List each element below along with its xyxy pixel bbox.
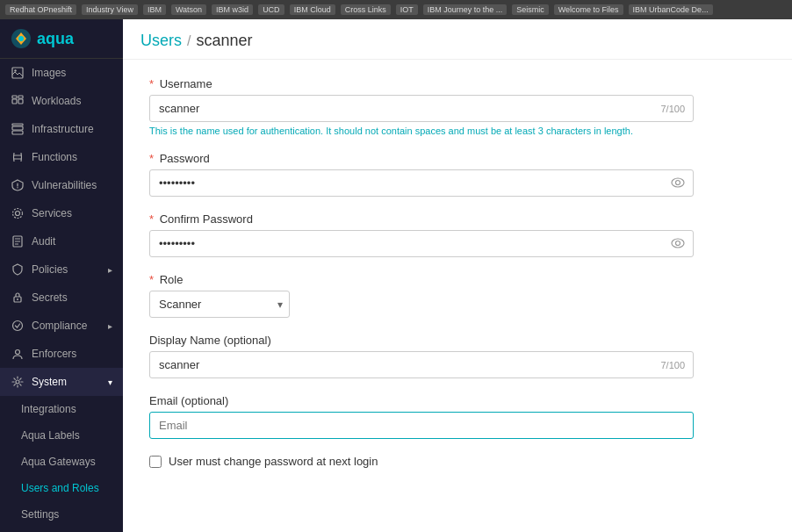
sidebar-item-audit[interactable]: Audit: [0, 227, 123, 255]
sidebar-label-system: System: [32, 376, 67, 388]
username-group: * Username 7/100 This is the name used f…: [149, 77, 694, 136]
main-content: Users / scanner * Username 7/100 This is…: [123, 19, 792, 532]
sidebar-item-system[interactable]: System ▾: [0, 368, 123, 396]
policies-icon: [11, 262, 25, 277]
sidebar-item-infrastructure[interactable]: Infrastructure: [0, 115, 123, 143]
breadcrumb-users-link[interactable]: Users: [140, 32, 182, 50]
role-select-wrapper: Scanner Admin Read-only ▾: [149, 291, 290, 318]
svg-point-12: [13, 209, 23, 219]
sidebar-item-functions[interactable]: Functions: [0, 143, 123, 171]
password-change-checkbox-group: User must change password at next login: [149, 455, 694, 468]
sidebar-item-vulnerabilities[interactable]: Vulnerabilities: [0, 171, 123, 199]
sidebar-label-settings: Settings: [21, 508, 59, 521]
sidebar-label-services: Services: [32, 207, 72, 219]
browser-tab[interactable]: UCD: [258, 4, 284, 15]
browser-bar: Redhat OPneshift Industry View IBM Watso…: [0, 0, 792, 19]
browser-tab[interactable]: IOT: [396, 4, 418, 15]
sidebar-item-aqua-gateways[interactable]: Aqua Gateways: [0, 449, 123, 475]
sidebar-label-images: Images: [32, 67, 66, 79]
compliance-icon: [11, 319, 25, 333]
email-group: Email (optional): [149, 394, 694, 439]
password-input[interactable]: [149, 169, 694, 197]
password-toggle-icon[interactable]: [671, 176, 685, 191]
confirm-password-input[interactable]: [149, 230, 694, 257]
secrets-icon: [11, 291, 25, 305]
browser-tab[interactable]: IBM UrbanCode De...: [629, 4, 713, 15]
display-name-group: Display Name (optional) 7/100: [149, 334, 694, 378]
browser-tab[interactable]: IBM Journey to the ...: [423, 4, 508, 15]
email-input[interactable]: [149, 412, 694, 439]
username-counter: 7/100: [660, 104, 685, 114]
sidebar-label-functions: Functions: [32, 151, 77, 163]
display-name-input[interactable]: [149, 351, 694, 378]
infrastructure-icon: [11, 122, 25, 136]
breadcrumb-separator: /: [187, 33, 191, 49]
user-form: * Username 7/100 This is the name used f…: [123, 60, 720, 485]
breadcrumb-current: scanner: [196, 32, 252, 50]
confirm-password-toggle-icon[interactable]: [671, 237, 685, 251]
display-name-counter: 7/100: [660, 360, 685, 370]
svg-point-18: [16, 380, 19, 384]
sidebar-label-policies: Policies: [32, 263, 68, 276]
page-header: Users / scanner: [123, 19, 792, 60]
svg-point-11: [16, 212, 20, 216]
password-change-label[interactable]: User must change password at next login: [169, 455, 378, 468]
sidebar-label-users-and-roles: Users and Roles: [21, 482, 99, 494]
sidebar-label-compliance: Compliance: [32, 320, 87, 332]
sidebar-label-aqua-labels: Aqua Labels: [21, 429, 80, 442]
username-input[interactable]: [149, 95, 694, 122]
browser-tab[interactable]: Cross Links: [341, 4, 391, 15]
app-logo[interactable]: aqua: [0, 19, 123, 59]
role-label: * Role: [149, 273, 694, 286]
svg-point-1: [18, 36, 24, 41]
username-hint: This is the name used for authentication…: [149, 126, 694, 136]
display-name-label: Display Name (optional): [149, 334, 694, 347]
sidebar-item-integrations[interactable]: Integrations: [0, 396, 123, 422]
browser-tab[interactable]: IBM: [143, 4, 166, 15]
password-group: * Password: [149, 152, 694, 197]
svg-point-15: [17, 298, 18, 300]
browser-tab[interactable]: IBM w3id: [212, 4, 253, 15]
svg-point-22: [676, 241, 680, 245]
sidebar-item-policies[interactable]: Policies ▸: [0, 255, 123, 284]
sidebar-item-settings[interactable]: Settings: [0, 501, 123, 528]
browser-tab[interactable]: Industry View: [82, 4, 138, 15]
sidebar-item-aqua-labels[interactable]: Aqua Labels: [0, 422, 123, 449]
svg-point-19: [672, 178, 684, 187]
functions-icon: [11, 150, 25, 164]
browser-tab[interactable]: IBM Cloud: [290, 4, 335, 15]
sidebar-item-enforcers[interactable]: Enforcers: [0, 340, 123, 368]
system-submenu: Integrations Aqua Labels Aqua Gateways U…: [0, 396, 123, 528]
aqua-logo-icon: [11, 28, 32, 49]
browser-tab[interactable]: Redhat OPneshift: [5, 4, 76, 15]
password-input-wrapper: [149, 169, 694, 197]
workloads-icon: [11, 94, 25, 108]
confirm-password-group: * Confirm Password: [149, 212, 694, 257]
sidebar-label-secrets: Secrets: [32, 291, 68, 304]
svg-rect-9: [12, 126, 23, 130]
system-icon: [11, 375, 25, 389]
sidebar-label-vulnerabilities: Vulnerabilities: [32, 179, 97, 191]
username-input-wrapper: 7/100: [149, 95, 694, 122]
browser-tab[interactable]: Watson: [171, 4, 206, 15]
password-label: * Password: [149, 152, 694, 165]
svg-point-17: [16, 350, 20, 355]
sidebar-label-workloads: Workloads: [32, 95, 81, 107]
password-change-checkbox[interactable]: [149, 456, 162, 468]
svg-rect-10: [12, 124, 23, 126]
sidebar-item-compliance[interactable]: Compliance ▸: [0, 312, 123, 340]
sidebar-item-workloads[interactable]: Workloads: [0, 87, 123, 115]
sidebar-item-users-and-roles[interactable]: Users and Roles: [0, 475, 123, 501]
svg-point-16: [13, 321, 23, 331]
svg-point-21: [672, 239, 684, 248]
sidebar-item-images[interactable]: Images: [0, 59, 123, 87]
confirm-password-input-wrapper: [149, 230, 694, 257]
role-select[interactable]: Scanner Admin Read-only: [149, 291, 290, 318]
sidebar-item-secrets[interactable]: Secrets: [0, 284, 123, 312]
sidebar-label-audit: Audit: [32, 235, 55, 248]
browser-tab[interactable]: Welcome to Files: [554, 4, 623, 15]
browser-tab[interactable]: Seismic: [512, 4, 549, 15]
svg-rect-8: [12, 131, 23, 134]
sidebar-item-services[interactable]: Services: [0, 199, 123, 227]
audit-icon: [11, 234, 25, 248]
